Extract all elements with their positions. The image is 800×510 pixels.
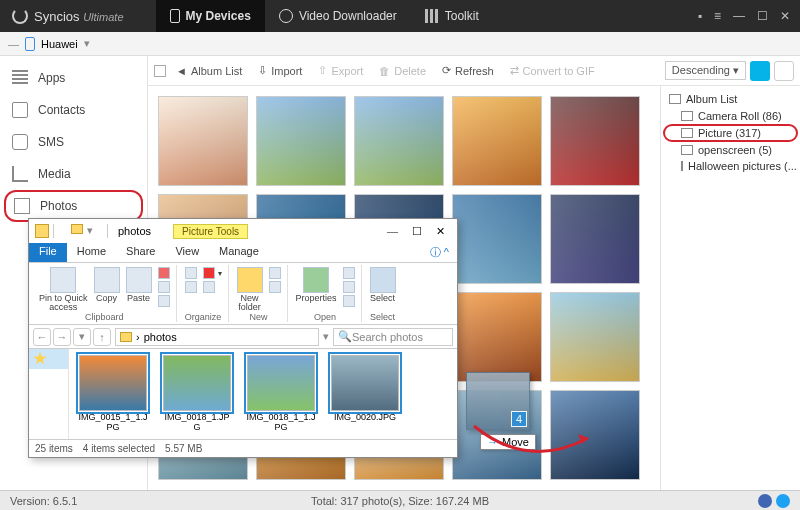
menu-icon[interactable]: ≡: [714, 9, 721, 23]
collapse-icon[interactable]: —: [8, 38, 19, 50]
photo-thumb[interactable]: [550, 292, 640, 382]
album-camera-roll[interactable]: Camera Roll (86): [663, 108, 798, 124]
arrow-right-icon: →: [487, 436, 498, 448]
twitter-icon[interactable]: [776, 494, 790, 508]
photo-thumb[interactable]: [452, 292, 542, 382]
file-item[interactable]: IMG_0018_1.JPG: [161, 355, 233, 433]
import-button[interactable]: ⇩Import: [252, 61, 308, 80]
facebook-icon[interactable]: [758, 494, 772, 508]
group-label: Open: [314, 312, 336, 322]
grid-icon: [425, 9, 439, 23]
explorer-search-input[interactable]: 🔍 Search photos: [333, 328, 453, 346]
select-all-checkbox[interactable]: [154, 65, 166, 77]
ribbon-collapse-icon[interactable]: ⓘ ^: [422, 243, 457, 262]
sidebar-item-media[interactable]: Media: [0, 158, 147, 190]
address-path[interactable]: › photos: [115, 328, 319, 346]
ribbon-home[interactable]: Home: [67, 243, 116, 262]
file-item[interactable]: IMG_0020.JPG: [329, 355, 401, 433]
nav-back-icon[interactable]: ←: [33, 328, 51, 346]
sidebar-item-sms[interactable]: SMS: [0, 126, 147, 158]
ex-close-icon[interactable]: ✕: [436, 225, 445, 238]
minimize-icon[interactable]: —: [733, 9, 745, 23]
photo-thumb[interactable]: [452, 194, 542, 284]
album-halloween[interactable]: Halloween pictures (...: [663, 158, 798, 174]
nav-forward-icon[interactable]: →: [53, 328, 71, 346]
select-button[interactable]: Select: [370, 267, 396, 303]
file-thumb: [247, 355, 315, 411]
album-list-button[interactable]: ◄Album List: [170, 62, 248, 80]
explorer-file-list[interactable]: IMG_0015_1_1.JPG IMG_0018_1.JPG IMG_0018…: [69, 349, 457, 439]
ex-minimize-icon[interactable]: —: [387, 225, 398, 238]
refresh-button[interactable]: ⟳Refresh: [436, 61, 500, 80]
move-to-button[interactable]: [185, 267, 197, 279]
picture-icon: [681, 128, 693, 138]
easy-access-button[interactable]: [269, 281, 281, 293]
nav-up-icon[interactable]: ↑: [93, 328, 111, 346]
album-openscreen[interactable]: openscreen (5): [663, 142, 798, 158]
photo-thumb[interactable]: [550, 390, 640, 480]
close-icon[interactable]: ✕: [780, 9, 790, 23]
photo-thumb[interactable]: [158, 96, 248, 186]
copy-path-button[interactable]: [158, 281, 170, 293]
photo-thumb[interactable]: [550, 96, 640, 186]
properties-button[interactable]: Properties: [296, 267, 337, 303]
explorer-nav-pane[interactable]: [29, 349, 69, 439]
nav-item[interactable]: [29, 389, 68, 409]
album-picture[interactable]: Picture (317): [663, 124, 798, 142]
tab-toolkit[interactable]: Toolkit: [411, 0, 493, 32]
photo-thumb[interactable]: [452, 96, 542, 186]
photo-thumb[interactable]: [354, 96, 444, 186]
ribbon-share[interactable]: Share: [116, 243, 165, 262]
device-name[interactable]: Huawei: [41, 38, 78, 50]
photo-thumb[interactable]: [256, 96, 346, 186]
open-dd-button[interactable]: [343, 267, 355, 279]
nav-recent-icon[interactable]: ▾: [73, 328, 91, 346]
cut-button[interactable]: [158, 267, 170, 279]
explorer-titlebar[interactable]: ▾ photos Picture Tools — ☐ ✕: [29, 219, 457, 243]
sidebar-item-contacts[interactable]: Contacts: [0, 94, 147, 126]
history-button[interactable]: [343, 295, 355, 307]
drag-ghost: 4: [466, 372, 530, 430]
pin-icon: [50, 267, 76, 293]
photo-thumb[interactable]: [550, 194, 640, 284]
copy-to-icon: [185, 281, 197, 293]
group-label: Clipboard: [85, 312, 124, 322]
paste-shortcut-button[interactable]: [158, 295, 170, 307]
folder-icon: [35, 224, 49, 238]
export-button[interactable]: ⇧Export: [312, 61, 369, 80]
pin-quick-access-button[interactable]: Pin to Quick access: [39, 267, 88, 312]
file-item[interactable]: IMG_0015_1_1.JPG: [77, 355, 149, 433]
new-item-button[interactable]: [269, 267, 281, 279]
convert-gif-button[interactable]: ⇄Convert to GIF: [504, 61, 601, 80]
window-controls: ▪ ≡ — ☐ ✕: [698, 9, 800, 23]
ribbon-view[interactable]: View: [165, 243, 209, 262]
view-grid-button[interactable]: [774, 61, 794, 81]
sort-order-dropdown[interactable]: Descending ▾: [665, 61, 746, 80]
nav-item[interactable]: [29, 369, 68, 389]
edit-button[interactable]: [343, 281, 355, 293]
ribbon-file[interactable]: File: [29, 243, 67, 262]
nav-quick-access[interactable]: [29, 349, 68, 369]
file-thumb: [331, 355, 399, 411]
delete-dd-button[interactable]: ▾: [203, 267, 222, 279]
paste-button[interactable]: Paste: [126, 267, 152, 303]
tab-my-devices[interactable]: My Devices: [156, 0, 265, 32]
copy-button[interactable]: Copy: [94, 267, 120, 303]
picture-tools-tab[interactable]: Picture Tools: [173, 224, 248, 239]
ribbon-manage[interactable]: Manage: [209, 243, 269, 262]
refresh-path-icon[interactable]: ▾: [323, 330, 329, 343]
feedback-icon[interactable]: ▪: [698, 9, 702, 23]
tab-video-downloader[interactable]: Video Downloader: [265, 0, 411, 32]
maximize-icon[interactable]: ☐: [757, 9, 768, 23]
qat-dropdown-icon[interactable]: ▾: [87, 224, 101, 238]
sidebar-item-apps[interactable]: Apps: [0, 62, 147, 94]
edit-icon: [343, 281, 355, 293]
rename-button[interactable]: [203, 281, 222, 293]
delete-button[interactable]: 🗑Delete: [373, 62, 432, 80]
file-item[interactable]: IMG_0018_1_1.JPG: [245, 355, 317, 433]
copy-to-button[interactable]: [185, 281, 197, 293]
ex-maximize-icon[interactable]: ☐: [412, 225, 422, 238]
view-date-button[interactable]: [750, 61, 770, 81]
new-folder-button[interactable]: New folder: [237, 267, 263, 312]
chevron-down-icon[interactable]: ▾: [84, 37, 90, 50]
